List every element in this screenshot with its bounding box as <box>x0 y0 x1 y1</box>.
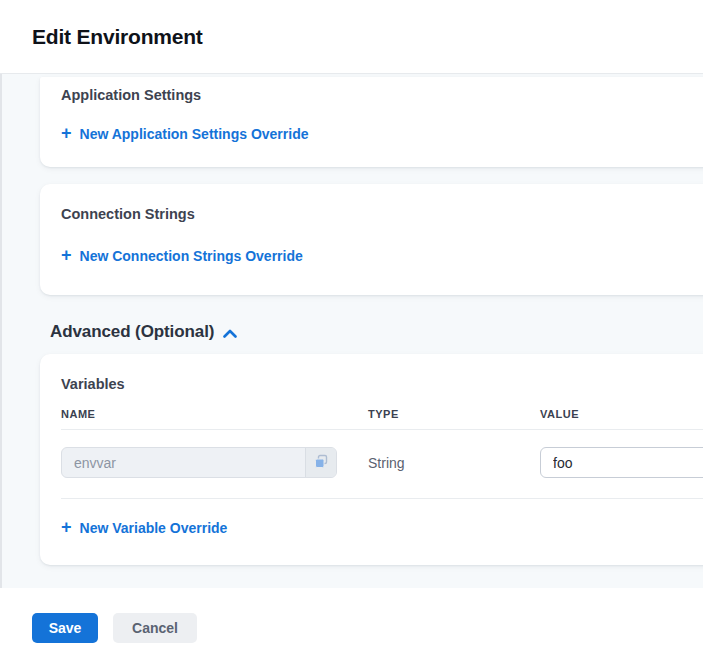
advanced-section-toggle[interactable]: Advanced (Optional) <box>50 322 237 342</box>
connection-strings-title: Connection Strings <box>61 206 693 222</box>
plus-icon: + <box>61 248 72 262</box>
column-header-type: TYPE <box>368 408 540 420</box>
cancel-button[interactable]: Cancel <box>113 613 197 643</box>
new-application-settings-override-link[interactable]: + New Application Settings Override <box>61 126 309 142</box>
variables-table-header: NAME TYPE VALUE <box>61 408 703 430</box>
variable-value-input[interactable] <box>540 447 703 478</box>
variables-link-row: + New Variable Override <box>61 499 703 538</box>
connection-strings-card: Connection Strings + New Connection Stri… <box>40 184 703 295</box>
variable-name-input-group <box>61 447 337 478</box>
variables-title: Variables <box>61 376 703 392</box>
edit-environment-panel: Application Settings + New Application S… <box>0 74 703 588</box>
new-application-settings-override-label: New Application Settings Override <box>80 126 309 142</box>
plus-icon: + <box>61 126 72 140</box>
variable-name-cell <box>61 447 368 478</box>
advanced-section-heading: Advanced (Optional) <box>50 322 214 342</box>
variable-name-input <box>62 448 305 477</box>
new-variable-override-link[interactable]: + New Variable Override <box>61 520 227 536</box>
column-header-value: VALUE <box>540 408 703 420</box>
plus-icon: + <box>61 520 72 534</box>
variable-value-cell <box>540 447 703 478</box>
top-bar: Edit Environment <box>0 0 703 74</box>
new-connection-strings-override-link[interactable]: + New Connection Strings Override <box>61 248 303 264</box>
new-connection-strings-override-label: New Connection Strings Override <box>80 248 303 264</box>
column-header-name: NAME <box>61 408 368 420</box>
chevron-up-icon <box>223 324 237 342</box>
variables-card: Variables NAME TYPE VALUE <box>40 354 703 565</box>
variable-type-value: String <box>368 455 540 471</box>
variable-row: String <box>61 430 703 499</box>
copy-icon <box>314 454 329 472</box>
copy-button[interactable] <box>305 448 336 477</box>
save-button[interactable]: Save <box>32 613 98 643</box>
application-settings-card: Application Settings + New Application S… <box>40 77 703 167</box>
footer-action-bar: Save Cancel <box>0 588 703 651</box>
application-settings-title: Application Settings <box>61 87 693 103</box>
variables-table: NAME TYPE VALUE <box>61 408 703 538</box>
new-variable-override-label: New Variable Override <box>80 520 228 536</box>
page-title: Edit Environment <box>32 25 203 49</box>
